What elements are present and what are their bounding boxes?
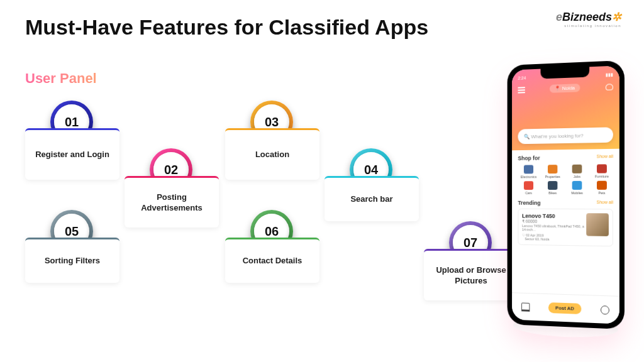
- feature-card-sorting: Sorting Filters: [25, 238, 119, 283]
- brand-logo: eBizneeds✲ stimulating innovation: [556, 10, 621, 28]
- phone-notch: [540, 67, 589, 79]
- feature-label: Register and Login: [30, 150, 114, 160]
- feature-num-05: 05: [65, 224, 79, 239]
- feature-card-contact: Contact Details: [225, 238, 319, 283]
- listing-meta: ♡ 02 Apr 2019 Sector 63, Noida: [522, 233, 586, 241]
- location-chip[interactable]: 📍 Noida: [550, 84, 580, 93]
- category-label: Mobiles: [566, 191, 588, 195]
- feature-num-01: 01: [65, 115, 79, 129]
- shop-section: Shop for Show all ElectronicsPropertiesJ…: [512, 149, 619, 195]
- trending-header: Trending Show all: [518, 200, 613, 206]
- search-placeholder: What're you looking for?: [531, 133, 583, 140]
- feature-label: Posting Advertisements: [125, 192, 219, 214]
- category-icon: [572, 181, 582, 190]
- feature-label: Contact Details: [238, 256, 308, 266]
- phone-header: 2:24 ▮▮▮ 📍 Noida 🔍 What're you looking f…: [512, 65, 619, 150]
- feature-num-07: 07: [464, 236, 477, 250]
- trending-section: Trending Show all Lenovo T450 ₹ 60000 Le…: [512, 195, 619, 246]
- profile-icon[interactable]: [601, 305, 609, 315]
- phone-time: 2:24: [518, 75, 526, 80]
- category-label: Furniture: [591, 174, 613, 178]
- shop-title: Shop for: [518, 155, 540, 162]
- listing-image: [586, 213, 609, 236]
- category-icon: [572, 165, 582, 173]
- feature-label: Search bar: [345, 194, 397, 205]
- listing-desc: Lenovo T450 ultrabook, ThinkPad T450, a …: [522, 224, 586, 232]
- bottom-nav: Post AD: [512, 292, 619, 324]
- phone-screen: 2:24 ▮▮▮ 📍 Noida 🔍 What're you looking f…: [512, 65, 619, 324]
- category-item[interactable]: Properties: [541, 165, 564, 178]
- category-icon: [548, 181, 557, 190]
- menu-icon[interactable]: [518, 87, 525, 93]
- logo-gear-icon: ✲: [612, 11, 621, 23]
- category-label: Cars: [518, 191, 539, 195]
- feature-num-06: 06: [265, 224, 279, 239]
- category-label: Jobs: [566, 175, 588, 178]
- logo-tagline: stimulating innovation: [556, 24, 621, 28]
- feature-label: Location: [250, 150, 294, 160]
- trending-title: Trending: [518, 200, 540, 206]
- search-input[interactable]: 🔍 What're you looking for?: [518, 127, 613, 144]
- bell-icon[interactable]: [606, 84, 613, 90]
- feature-card-location: Location: [225, 128, 319, 180]
- feature-label: Upload or Browse Pictures: [424, 265, 518, 287]
- category-item[interactable]: Bikes: [541, 181, 564, 195]
- home-icon[interactable]: [521, 302, 530, 311]
- category-icon: [524, 165, 533, 173]
- feature-card-upload: Upload or Browse Pictures: [424, 249, 518, 300]
- show-all-link[interactable]: Show all: [597, 200, 613, 206]
- category-label: Properties: [541, 175, 564, 178]
- category-label: Electronics: [518, 175, 539, 178]
- category-item[interactable]: Pets: [591, 181, 613, 195]
- phone-topbar: 📍 Noida: [518, 82, 613, 94]
- logo-part-e: e: [556, 11, 562, 23]
- category-item[interactable]: Electronics: [518, 165, 539, 178]
- feature-num-02: 02: [164, 163, 178, 177]
- category-label: Bikes: [541, 191, 564, 195]
- category-icon: [597, 164, 607, 173]
- category-label: Pets: [591, 191, 613, 195]
- page-title: Must-Have Features for Classified Apps: [25, 15, 428, 40]
- listing-card[interactable]: Lenovo T450 ₹ 60000 Lenovo T450 ultraboo…: [518, 209, 613, 247]
- category-item[interactable]: Jobs: [566, 165, 588, 178]
- post-ad-button[interactable]: Post AD: [548, 302, 582, 314]
- listing-text: Lenovo T450 ₹ 60000 Lenovo T450 ultraboo…: [522, 213, 586, 242]
- logo-part-bizneeds: Bizneeds: [562, 11, 612, 23]
- category-grid: ElectronicsPropertiesJobsFurnitureCarsBi…: [518, 164, 613, 195]
- show-all-link[interactable]: Show all: [597, 154, 613, 160]
- category-icon: [597, 181, 607, 190]
- feature-num-03: 03: [265, 115, 279, 129]
- feature-card-register: Register and Login: [25, 128, 119, 180]
- location-text: Noida: [562, 85, 575, 91]
- shop-header: Shop for Show all: [518, 154, 613, 162]
- category-icon: [524, 181, 533, 190]
- category-item[interactable]: Furniture: [591, 164, 613, 178]
- feature-label: Sorting Filters: [40, 256, 105, 266]
- section-subtitle: User Panel: [25, 70, 97, 87]
- phone-signal-icon: ▮▮▮: [606, 72, 613, 78]
- category-item[interactable]: Cars: [518, 181, 539, 195]
- category-icon: [548, 165, 557, 173]
- feature-num-04: 04: [364, 163, 378, 177]
- feature-card-search: Search bar: [325, 176, 419, 221]
- phone-body: 2:24 ▮▮▮ 📍 Noida 🔍 What're you looking f…: [508, 60, 625, 329]
- feature-card-posting: Posting Advertisements: [125, 176, 219, 228]
- category-item[interactable]: Mobiles: [566, 181, 588, 195]
- phone-mockup: 2:24 ▮▮▮ 📍 Noida 🔍 What're you looking f…: [508, 60, 625, 329]
